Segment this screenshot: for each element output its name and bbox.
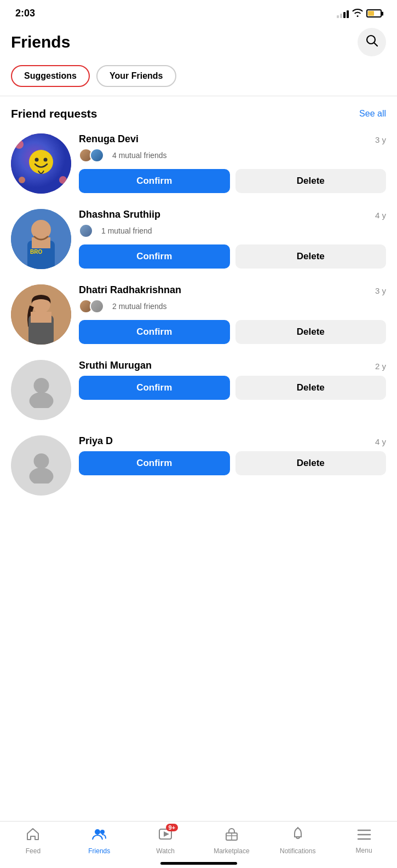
page-header: Friends <box>0 24 397 65</box>
delete-button[interactable]: Delete <box>235 320 387 344</box>
nav-item-feed[interactable]: Feed <box>11 827 55 855</box>
confirm-button[interactable]: Confirm <box>79 451 230 475</box>
nav-item-friends[interactable]: Friends <box>77 827 121 855</box>
friend-name: Dhashna Sruthiip <box>79 209 160 220</box>
nav-item-marketplace[interactable]: Marketplace <box>210 827 254 855</box>
confirm-button[interactable]: Confirm <box>79 169 230 193</box>
mutual-count: 2 mutual friends <box>112 302 167 311</box>
mutual-friends: 4 mutual friends <box>79 148 386 162</box>
friend-time: 2 y <box>375 362 386 371</box>
svg-marker-25 <box>164 831 169 837</box>
mutual-count: 1 mutual friend <box>101 226 152 235</box>
friend-request-item: Dhatri Radhakrishnan 3 y 2 mutual friend… <box>0 280 397 356</box>
avatar <box>11 360 71 420</box>
nav-label-friends: Friends <box>88 847 110 855</box>
svg-line-1 <box>375 43 378 46</box>
see-all-link[interactable]: See all <box>359 109 386 119</box>
svg-point-7 <box>59 176 67 184</box>
friend-time: 3 y <box>375 135 386 144</box>
friend-name: Priya D <box>79 435 113 447</box>
friend-request-item: Priya D 4 y Confirm Delete <box>0 431 397 561</box>
nav-label-menu: Menu <box>356 847 372 854</box>
svg-point-19 <box>29 392 53 408</box>
confirm-button[interactable]: Confirm <box>79 320 230 344</box>
mutual-friends: 1 mutual friend <box>79 224 386 238</box>
friend-name: Renuga Devi <box>79 133 139 145</box>
watch-icon: 9+ <box>158 827 172 845</box>
friend-request-item: BRO Dhashna Sruthiip 4 y 1 mutual friend… <box>0 205 397 280</box>
tab-suggestions[interactable]: Suggestions <box>11 65 90 87</box>
friend-time: 3 y <box>375 286 386 295</box>
action-buttons: Confirm Delete <box>79 376 386 400</box>
svg-point-23 <box>100 830 105 834</box>
section-title: Friend requests <box>11 107 97 120</box>
friend-request-item: Sruthi Murugan 2 y Confirm Delete <box>0 356 397 431</box>
avatar: BRO <box>11 209 71 269</box>
friend-name: Dhatri Radhakrishnan <box>79 284 181 296</box>
search-icon <box>366 34 378 50</box>
friend-request-item: Renuga Devi 3 y 4 mutual friends Confirm… <box>0 129 397 205</box>
home-icon <box>26 827 40 845</box>
friend-time: 4 y <box>375 437 386 446</box>
friend-info: Sruthi Murugan 2 y Confirm Delete <box>79 360 386 400</box>
divider <box>0 96 397 96</box>
friends-icon <box>91 827 107 845</box>
delete-button[interactable]: Delete <box>235 451 387 475</box>
nav-label-feed: Feed <box>26 847 41 855</box>
menu-icon <box>357 828 371 844</box>
status-time: 2:03 <box>15 8 35 19</box>
bottom-navigation: Feed Friends 9+ Watch <box>0 821 397 868</box>
action-buttons: Confirm Delete <box>79 169 386 193</box>
friend-time: 4 y <box>375 211 386 220</box>
friend-info: Dhatri Radhakrishnan 3 y 2 mutual friend… <box>79 284 386 344</box>
nav-label-watch: Watch <box>156 847 175 855</box>
signal-icon <box>337 9 349 18</box>
avatar <box>11 133 71 194</box>
page-title: Friends <box>11 33 70 51</box>
nav-item-menu[interactable]: Menu <box>342 828 386 854</box>
friend-info: Priya D 4 y Confirm Delete <box>79 435 386 475</box>
battery-icon <box>366 9 382 18</box>
nav-item-watch[interactable]: 9+ Watch <box>143 827 187 855</box>
avatar <box>11 284 71 345</box>
svg-point-20 <box>33 453 49 469</box>
nav-label-notifications: Notifications <box>280 847 315 855</box>
mutual-avatars <box>79 224 93 238</box>
mutual-avatars <box>79 299 104 313</box>
svg-point-6 <box>15 140 24 149</box>
nav-item-notifications[interactable]: Notifications <box>276 827 320 855</box>
action-buttons: Confirm Delete <box>79 451 386 475</box>
watch-badge: 9+ <box>166 824 179 831</box>
status-bar: 2:03 <box>0 0 397 24</box>
svg-rect-17 <box>31 312 51 323</box>
delete-button[interactable]: Delete <box>235 376 387 400</box>
tabs-container: Suggestions Your Friends <box>0 65 397 96</box>
svg-point-18 <box>33 378 49 393</box>
friend-name: Sruthi Murugan <box>79 360 152 371</box>
nav-label-marketplace: Marketplace <box>214 847 249 855</box>
marketplace-icon <box>225 827 239 845</box>
svg-point-4 <box>35 158 39 162</box>
svg-point-3 <box>29 150 53 174</box>
action-buttons: Confirm Delete <box>79 244 386 269</box>
svg-text:BRO: BRO <box>30 249 42 255</box>
delete-button[interactable]: Delete <box>235 169 387 193</box>
bell-icon <box>291 827 304 845</box>
delete-button[interactable]: Delete <box>235 244 387 269</box>
svg-point-21 <box>29 468 53 483</box>
action-buttons: Confirm Delete <box>79 320 386 344</box>
wifi-icon <box>352 8 363 19</box>
search-button[interactable] <box>358 28 386 56</box>
friend-info: Dhashna Sruthiip 4 y 1 mutual friend Con… <box>79 209 386 269</box>
confirm-button[interactable]: Confirm <box>79 244 230 269</box>
svg-point-5 <box>44 158 48 162</box>
friend-info: Renuga Devi 3 y 4 mutual friends Confirm… <box>79 133 386 193</box>
avatar <box>11 435 71 496</box>
mutual-friends: 2 mutual friends <box>79 299 386 313</box>
tab-your-friends[interactable]: Your Friends <box>96 65 176 87</box>
svg-point-8 <box>19 177 25 183</box>
svg-point-22 <box>95 829 100 835</box>
confirm-button[interactable]: Confirm <box>79 376 230 400</box>
home-indicator <box>160 862 237 865</box>
status-icons <box>337 8 382 19</box>
